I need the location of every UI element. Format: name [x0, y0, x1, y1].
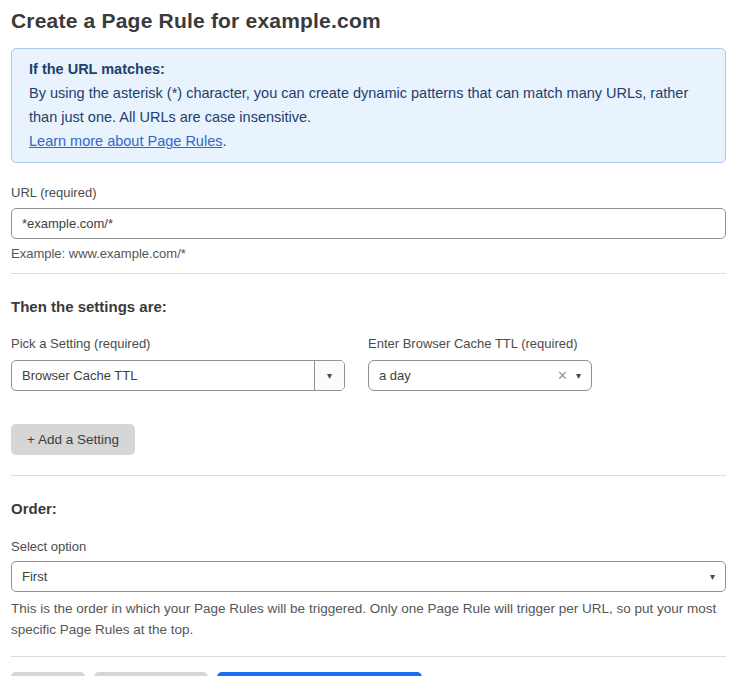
pick-setting-column: Pick a Setting (required) Browser Cache … [11, 315, 345, 391]
form-actions: Cancel Save as Draft Save and Deploy Pag… [11, 672, 726, 676]
divider [11, 273, 726, 274]
url-field-label: URL (required) [11, 185, 726, 200]
clear-icon[interactable]: ✕ [557, 368, 574, 383]
pick-setting-value: Browser Cache TTL [12, 368, 314, 383]
settings-section-heading: Then the settings are: [11, 298, 726, 315]
cancel-button[interactable]: Cancel [11, 672, 85, 676]
chevron-down-icon: ▾ [574, 371, 591, 381]
url-example-text: Example: www.example.com/* [11, 246, 726, 261]
save-and-deploy-button[interactable]: Save and Deploy Page Rule [217, 672, 423, 676]
divider [11, 475, 726, 476]
add-setting-button[interactable]: + Add a Setting [11, 424, 135, 455]
ttl-label: Enter Browser Cache TTL (required) [368, 336, 592, 351]
ttl-select[interactable]: a day ✕ ▾ [368, 360, 592, 391]
order-select-value: First [12, 569, 710, 584]
ttl-value: a day [369, 368, 557, 383]
pick-setting-select[interactable]: Browser Cache TTL ▾ [11, 360, 345, 391]
page-rule-form: Create a Page Rule for example.com If th… [0, 0, 736, 676]
pick-setting-arrow-cell[interactable]: ▾ [314, 361, 344, 390]
learn-more-link[interactable]: Learn more about Page Rules [29, 133, 222, 149]
info-box-heading: If the URL matches: [29, 57, 708, 81]
divider [11, 656, 726, 657]
order-section-heading: Order: [11, 500, 726, 517]
chevron-down-icon: ▾ [327, 371, 332, 381]
url-match-info-box: If the URL matches: By using the asteris… [11, 48, 726, 163]
chevron-down-icon: ▾ [710, 572, 725, 582]
url-input[interactable] [11, 208, 726, 239]
save-as-draft-button[interactable]: Save as Draft [94, 672, 208, 676]
order-select-label: Select option [11, 539, 726, 554]
order-select[interactable]: First ▾ [11, 561, 726, 592]
order-help-text: This is the order in which your Page Rul… [11, 598, 726, 640]
info-box-body: By using the asterisk (*) character, you… [29, 81, 708, 129]
ttl-column: Enter Browser Cache TTL (required) a day… [368, 315, 592, 391]
pick-setting-label: Pick a Setting (required) [11, 336, 345, 351]
info-box-link-line: Learn more about Page Rules. [29, 129, 708, 153]
page-title: Create a Page Rule for example.com [11, 9, 726, 33]
settings-row: Pick a Setting (required) Browser Cache … [11, 315, 726, 391]
link-period: . [222, 133, 226, 149]
